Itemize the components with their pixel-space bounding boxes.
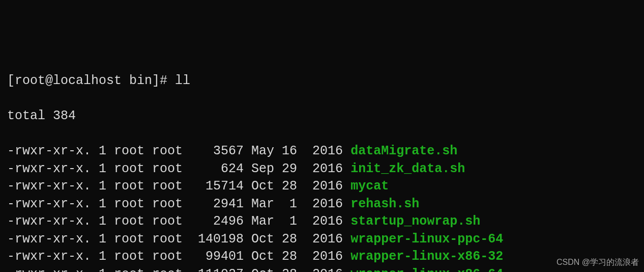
file-meta: -rwxr-xr-x. 1 root root 2941 Mar 1 2016	[7, 197, 350, 211]
file-meta: -rwxr-xr-x. 1 root root 15714 Oct 28 201…	[7, 179, 350, 194]
file-meta: -rwxr-xr-x. 1 root root 3567 May 16 2016	[7, 144, 350, 158]
list-item: -rwxr-xr-x. 1 root root 99401 Oct 28 201…	[7, 248, 637, 266]
file-meta: -rwxr-xr-x. 1 root root 140198 Oct 28 20…	[7, 232, 350, 247]
file-name: dataMigrate.sh	[350, 144, 457, 158]
list-item: -rwxr-xr-x. 1 root root 2941 Mar 1 2016 …	[7, 196, 637, 213]
command-ll: ll	[175, 73, 190, 88]
file-name: wrapper-linux-x86-64	[350, 267, 503, 273]
file-meta: -rwxr-xr-x. 1 root root 99401 Oct 28 201…	[7, 249, 350, 264]
file-name: wrapper-linux-ppc-64	[350, 232, 503, 247]
file-meta: -rwxr-xr-x. 1 root root 111027 Oct 28 20…	[7, 267, 350, 273]
list-item: -rwxr-xr-x. 1 root root 624 Sep 29 2016 …	[7, 160, 637, 178]
shell-prompt: [root@localhost bin]#	[7, 73, 175, 88]
list-item: -rwxr-xr-x. 1 root root 140198 Oct 28 20…	[7, 231, 637, 249]
watermark: CSDN @学习的流浪者	[557, 257, 639, 268]
list-item: -rwxr-xr-x. 1 root root 111027 Oct 28 20…	[7, 266, 637, 273]
file-name: init_zk_data.sh	[350, 161, 465, 176]
file-name: startup_nowrap.sh	[350, 214, 480, 229]
file-listing: -rwxr-xr-x. 1 root root 3567 May 16 2016…	[7, 143, 637, 272]
file-name: wrapper-linux-x86-32	[350, 249, 503, 264]
total-line: total 384	[7, 107, 637, 125]
prompt-line-1[interactable]: [root@localhost bin]# ll	[7, 72, 637, 90]
file-name: mycat	[350, 179, 389, 194]
list-item: -rwxr-xr-x. 1 root root 3567 May 16 2016…	[7, 143, 637, 160]
file-meta: -rwxr-xr-x. 1 root root 2496 Mar 1 2016	[7, 214, 350, 229]
file-meta: -rwxr-xr-x. 1 root root 624 Sep 29 2016	[7, 161, 350, 176]
file-name: rehash.sh	[350, 197, 419, 211]
list-item: -rwxr-xr-x. 1 root root 15714 Oct 28 201…	[7, 178, 637, 196]
list-item: -rwxr-xr-x. 1 root root 2496 Mar 1 2016 …	[7, 213, 637, 231]
